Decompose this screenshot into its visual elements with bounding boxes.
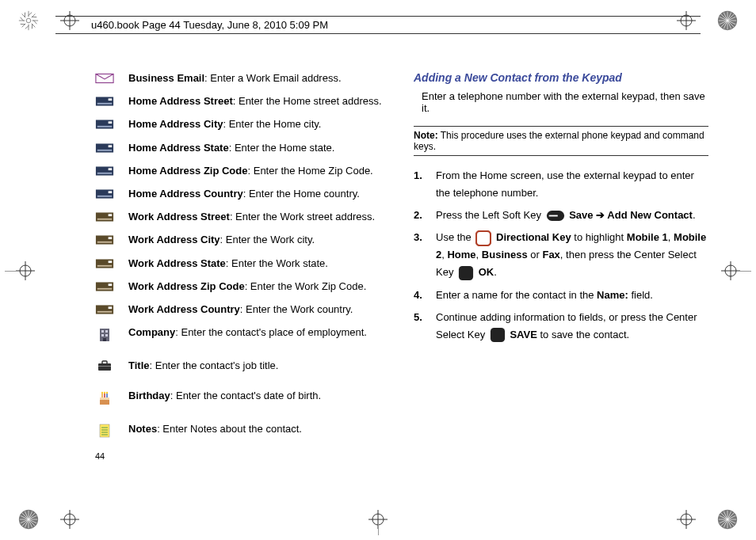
section-heading: Adding a New Contact from the Keypad [414,71,708,84]
svg-rect-74 [97,149,112,150]
svg-rect-91 [109,283,113,286]
svg-rect-71 [97,126,112,127]
crosshair-icon [721,261,740,280]
field-text: Title: Enter the contact's job title. [128,359,278,373]
svg-point-112 [106,392,108,394]
svg-line-12 [30,24,34,29]
svg-rect-95 [97,311,112,313]
field-row: Company: Enter the contact's place of em… [95,325,390,343]
svg-rect-113 [100,424,109,437]
field-text: Work Address State: Enter the Work state… [128,257,328,271]
svg-point-0 [26,18,31,23]
svg-rect-77 [97,173,112,174]
svg-rect-70 [109,122,113,124]
field-text: Home Address State: Enter the Home state… [128,141,334,155]
field-text: Work Address Zip Code: Enter the Work Zi… [128,280,366,294]
svg-rect-81 [96,213,113,222]
svg-rect-90 [96,282,113,291]
card-alt-icon [95,304,114,315]
field-row: Work Address City: Enter the Work city. [95,233,390,247]
svg-rect-89 [97,264,112,266]
card-alt-icon [95,211,114,222]
card-alt-icon [95,234,114,245]
svg-rect-69 [96,120,113,129]
crosshair-icon [16,261,35,280]
note-text: This procedure uses the external phone k… [414,130,704,152]
step-5: Continue adding information to fields, o… [414,309,708,344]
svg-rect-85 [109,238,113,240]
svg-rect-67 [109,98,113,101]
field-text: Business Email: Enter a Work Email addre… [128,71,342,86]
field-text: Home Address City: Enter the Home city. [128,117,321,131]
svg-rect-79 [109,191,113,193]
field-row: Home Address State: Enter the Home state… [95,141,390,155]
svg-rect-105 [100,399,109,405]
crosshair-icon [677,510,696,529]
card-icon [95,188,114,200]
step-3: Use the Directional Key to highlight Mob… [414,229,708,281]
svg-rect-72 [96,143,113,152]
center-select-key-icon [458,265,474,281]
field-text: Notes: Enter Notes about the contact. [128,422,302,436]
cake-icon [98,390,111,406]
svg-rect-92 [97,288,112,290]
svg-line-14 [21,22,25,26]
field-row: Notes: Enter Notes about the contact. [95,422,390,438]
field-row: Home Address City: Enter the Home city. [95,117,390,131]
svg-rect-75 [96,166,113,175]
svg-rect-103 [102,361,107,364]
svg-point-110 [101,392,103,394]
svg-rect-84 [96,236,113,245]
sunburst-icon [716,508,739,530]
svg-rect-78 [96,189,113,198]
field-text: Home Address Street: Enter the Home stre… [128,94,382,108]
field-text: Company: Enter the contact's place of em… [128,325,367,340]
field-text: Home Address Country: Enter the Home cou… [128,187,360,201]
field-row: Birthday: Enter the contact's date of bi… [95,389,390,406]
svg-rect-97 [101,330,104,333]
svg-rect-93 [96,305,113,314]
field-text: Home Address Zip Code: Enter the Home Zi… [128,164,373,178]
card-icon [95,143,114,154]
field-list: Business Email: Enter a Work Email addre… [95,71,390,454]
card-alt-icon [95,258,114,269]
svg-rect-66 [96,97,113,106]
note-box: Note: This procedure uses the external p… [414,126,708,156]
svg-line-16 [23,13,27,17]
center-select-key-icon [490,327,506,343]
field-row: Work Address Country: Enter the Work cou… [95,302,390,317]
svg-rect-120 [476,231,491,245]
svg-rect-106 [100,397,109,400]
card-alt-icon [95,281,114,292]
svg-rect-73 [109,145,113,147]
field-text: Work Address City: Enter the Work city. [128,233,315,247]
card-icon [95,165,114,177]
svg-rect-99 [101,334,104,337]
svg-rect-76 [109,168,113,170]
card-icon [95,96,114,107]
directional-key-icon [475,230,491,246]
field-text: Birthday: Enter the contact's date of bi… [128,389,321,403]
field-row: Home Address Country: Enter the Home cou… [95,187,390,201]
envelope-icon [95,73,114,84]
field-text: Work Address Street: Enter the Work stre… [128,210,375,224]
step-4: Enter a name for the contact in the Name… [414,287,708,304]
field-text: Work Address Country: Enter the Work cou… [128,302,353,317]
note-label: Note: [414,130,438,141]
card-icon [95,119,114,130]
notes-icon [99,424,110,438]
step-2: Press the Left Soft Key Save ➔ Add New C… [414,207,708,224]
svg-rect-80 [97,196,112,197]
field-row: Work Address State: Enter the Work state… [95,257,390,271]
sunburst-icon [17,508,40,530]
field-row: Work Address Zip Code: Enter the Work Zi… [95,280,390,294]
crosshair-icon [60,510,79,529]
svg-point-111 [104,392,105,394]
svg-rect-87 [96,259,113,268]
svg-rect-104 [98,366,111,367]
field-row: Work Address Street: Enter the Work stre… [95,210,390,224]
sunburst-icon [17,10,40,32]
step-1: From the Home screen, use the external k… [414,167,708,202]
header-bar: u460.book Page 44 Tuesday, June 8, 2010 … [55,16,701,34]
briefcase-icon [97,360,112,371]
